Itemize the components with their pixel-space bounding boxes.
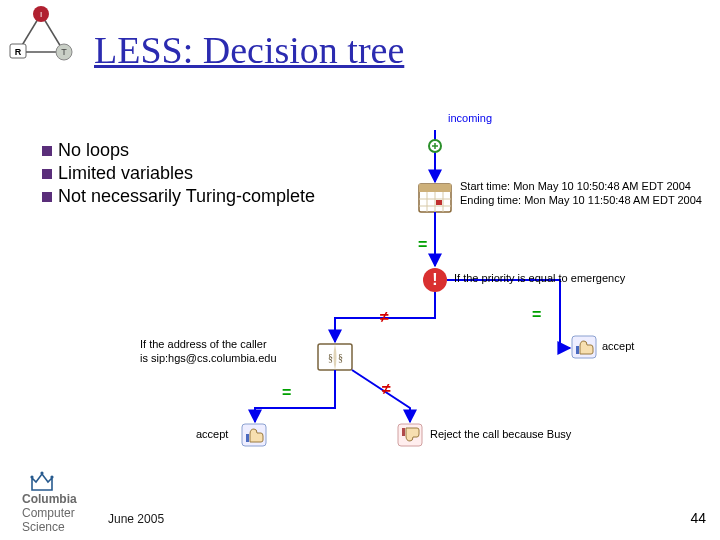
footer-inst-2: Computer: [22, 506, 77, 520]
edge-eq-2: =: [532, 306, 541, 324]
svg-text:!: !: [432, 271, 437, 288]
accept-bottom-label: accept: [196, 428, 228, 440]
slide-title: LESS: Decision tree: [94, 28, 404, 72]
page-number: 44: [690, 510, 706, 526]
svg-text:§: §: [338, 352, 343, 363]
decision-flowchart: ! § §: [130, 108, 690, 468]
svg-rect-9: [419, 184, 451, 192]
node-i: I: [40, 10, 42, 19]
priority-label: If the priority is equal to emergency: [454, 272, 625, 284]
start-time-label: Start time: Mon May 10 10:50:48 AM EDT 2…: [460, 180, 691, 192]
bullet-text: No loops: [58, 140, 129, 161]
svg-text:§: §: [328, 352, 333, 363]
address-label-2: is sip:hgs@cs.columbia.edu: [140, 352, 277, 364]
svg-point-29: [40, 471, 43, 474]
node-t: T: [61, 47, 67, 57]
footer-inst-1: Columbia: [22, 492, 77, 506]
reject-label: Reject the call because Busy: [430, 428, 571, 440]
svg-rect-27: [402, 428, 405, 436]
footer-date: June 2005: [108, 512, 164, 526]
incoming-label: incoming: [448, 112, 492, 124]
edge-ne-1: ≠: [380, 308, 389, 326]
end-time-label: Ending time: Mon May 10 11:50:48 AM EDT …: [460, 194, 702, 206]
corner-logo: I R T: [6, 4, 76, 64]
footer-institution: Columbia Computer Science: [22, 492, 77, 534]
footer-inst-3: Science: [22, 520, 77, 534]
node-r: R: [15, 47, 22, 57]
svg-rect-15: [436, 200, 442, 205]
edge-ne-2: ≠: [382, 380, 391, 398]
svg-point-28: [30, 475, 33, 478]
accept-right-label: accept: [602, 340, 634, 352]
svg-point-30: [50, 475, 53, 478]
edge-eq-1: =: [418, 236, 427, 254]
edge-eq-3: =: [282, 384, 291, 402]
svg-rect-25: [246, 434, 249, 442]
svg-rect-23: [576, 346, 579, 354]
address-label-1: If the address of the caller: [140, 338, 267, 350]
